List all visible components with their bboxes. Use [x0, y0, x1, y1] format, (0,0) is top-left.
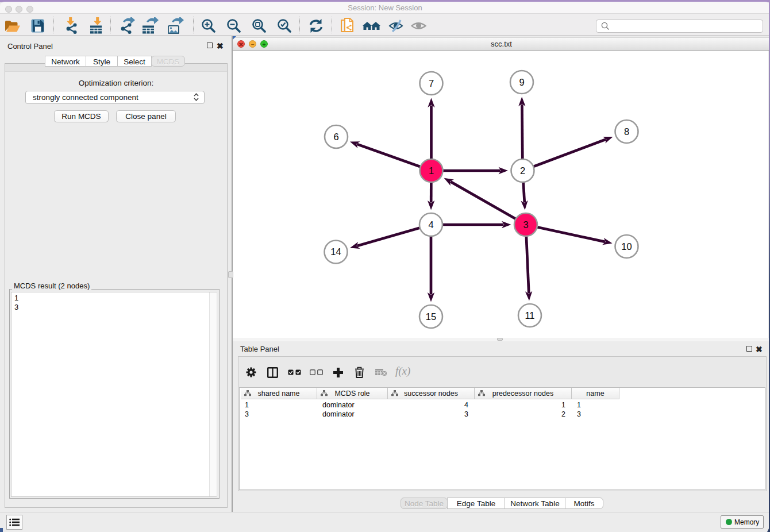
svg-text:3: 3 [523, 219, 528, 230]
svg-text:6: 6 [333, 132, 338, 142]
svg-text:1: 1 [429, 165, 434, 176]
svg-text:15: 15 [426, 311, 436, 322]
svg-text:10: 10 [621, 241, 632, 252]
svg-text:11: 11 [525, 310, 534, 321]
svg-text:4: 4 [428, 219, 433, 230]
svg-text:7: 7 [429, 78, 434, 88]
svg-text:14: 14 [330, 246, 341, 257]
svg-text:2: 2 [520, 165, 525, 176]
svg-text:8: 8 [624, 126, 629, 137]
svg-text:9: 9 [519, 77, 524, 87]
